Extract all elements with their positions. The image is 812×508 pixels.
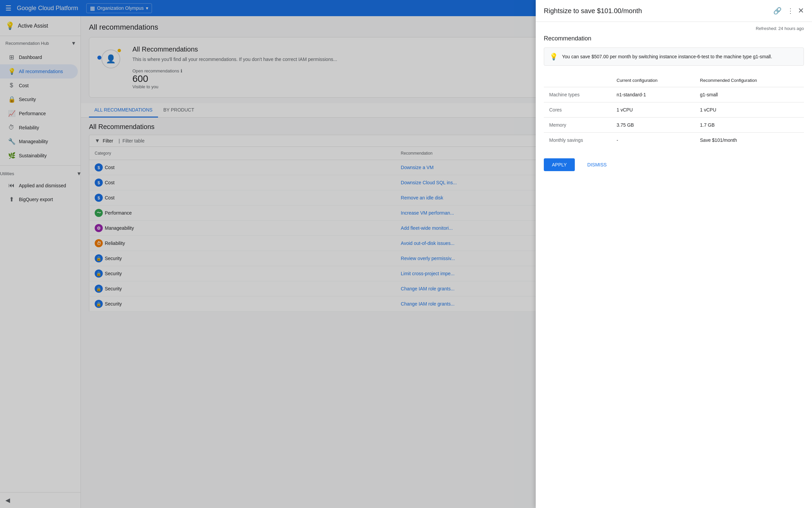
detail-panel: Rightsize to save $101.00/month 🔗 ⋮ ✕ Re… (536, 0, 812, 508)
detail-actions: 🔗 ⋮ ✕ (772, 5, 804, 16)
savings-bulb-icon: 💡 (550, 53, 558, 61)
config-row-recommended-3: Save $101/month (695, 133, 804, 148)
config-row-label-2: Memory (544, 118, 611, 133)
dismiss-button[interactable]: DISMISS (579, 158, 615, 171)
apply-button[interactable]: APPLY (544, 158, 575, 171)
savings-text: You can save $507.00 per month by switch… (562, 54, 772, 59)
config-row-recommended-1: 1 vCPU (695, 102, 804, 118)
detail-overlay[interactable] (0, 0, 536, 508)
detail-content: Recommendation 💡 You can save $507.00 pe… (536, 35, 812, 179)
config-col-recommended: Recommended Configuration (695, 74, 804, 87)
savings-banner: 💡 You can save $507.00 per month by swit… (544, 47, 804, 66)
config-tbody: Machine types n1-standard-1 g1-small Cor… (544, 87, 804, 148)
detail-section-title: Recommendation (544, 35, 804, 42)
config-row-label-0: Machine types (544, 87, 611, 102)
config-row-current-2: 3.75 GB (611, 118, 695, 133)
config-row-current-1: 1 vCPU (611, 102, 695, 118)
config-row-current-0: n1-standard-1 (611, 87, 695, 102)
detail-refresh: Refreshed: 24 hours ago (536, 22, 812, 35)
detail-buttons: APPLY DISMISS (544, 158, 804, 171)
config-col-current: Current configuration (611, 74, 695, 87)
detail-panel-header: Rightsize to save $101.00/month 🔗 ⋮ ✕ (536, 0, 812, 22)
config-row-label-3: Monthly savings (544, 133, 611, 148)
config-table-row: Memory 3.75 GB 1.7 GB (544, 118, 804, 133)
config-row-recommended-2: 1.7 GB (695, 118, 804, 133)
config-table: Current configuration Recommended Config… (544, 74, 804, 148)
config-table-header-row: Current configuration Recommended Config… (544, 74, 804, 87)
config-table-row: Machine types n1-standard-1 g1-small (544, 87, 804, 102)
config-row-label-1: Cores (544, 102, 611, 118)
config-col-label (544, 74, 611, 87)
config-table-row: Cores 1 vCPU 1 vCPU (544, 102, 804, 118)
close-detail-button[interactable]: ✕ (798, 6, 804, 15)
config-table-row: Monthly savings - Save $101/month (544, 133, 804, 148)
config-row-current-3: - (611, 133, 695, 148)
more-options-icon[interactable]: ⋮ (787, 7, 794, 15)
link-icon[interactable]: 🔗 (772, 5, 783, 16)
config-row-recommended-0: g1-small (695, 87, 804, 102)
detail-panel-title: Rightsize to save $101.00/month (544, 7, 642, 15)
